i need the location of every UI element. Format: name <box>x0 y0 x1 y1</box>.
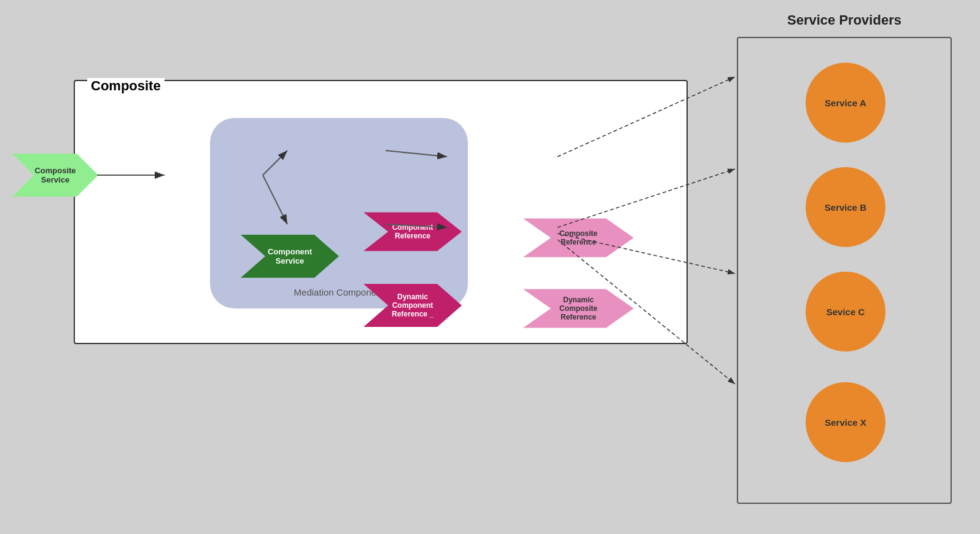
service-c-circle: Sevice C <box>806 272 885 351</box>
composite-service-label: CompositeService <box>21 166 89 184</box>
component-service-label: ComponentService <box>268 247 312 265</box>
service-c-label: Sevice C <box>826 307 865 317</box>
composite-reference: CompositeReference <box>523 210 634 265</box>
composite-title: Composite <box>87 78 165 94</box>
service-providers-title: Service Providers <box>737 12 952 28</box>
dynamic-component-reference-label: DynamicComponentReference _ <box>384 293 441 318</box>
dynamic-composite-reference: DynamicCompositeReference <box>523 281 634 336</box>
dynamic-composite-reference-label: DynamicCompositeReference <box>552 296 605 321</box>
service-b-label: Service B <box>825 202 866 213</box>
service-a-circle: Service A <box>806 63 885 143</box>
composite-reference-label: CompositeReference <box>550 229 607 246</box>
service-providers-box: Service A Service B Sevice C Service X <box>737 37 952 504</box>
service-b-circle: Service B <box>806 167 885 247</box>
main-container: Composite Mediation Component ComponentR… <box>0 0 980 534</box>
composite-box: Composite Mediation Component ComponentR… <box>74 80 688 344</box>
service-a-label: Service A <box>825 98 866 108</box>
service-x-label: Service X <box>825 417 866 428</box>
component-reference-label: ComponentReference <box>381 223 445 240</box>
service-x-circle: Service X <box>806 382 885 462</box>
